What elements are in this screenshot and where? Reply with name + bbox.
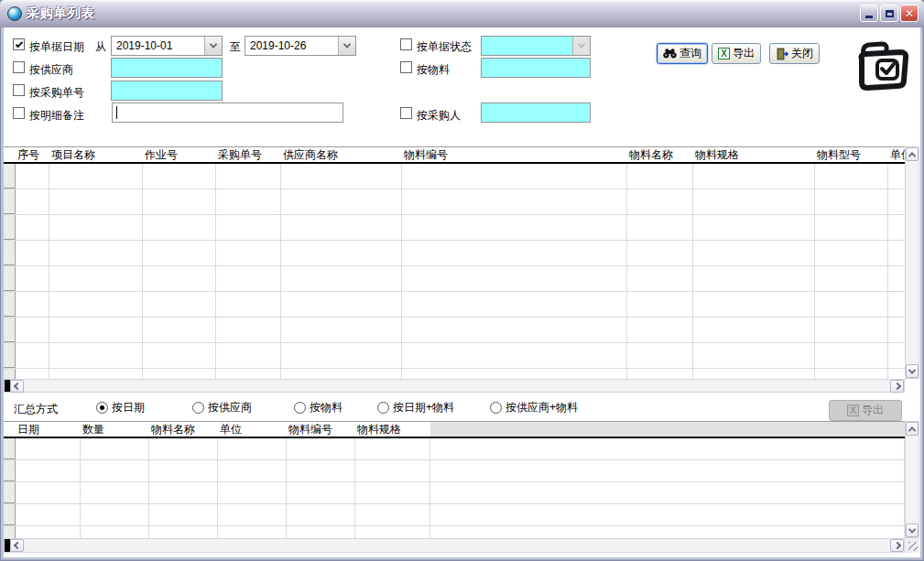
- buyer-input[interactable]: [481, 102, 591, 123]
- maximize-button[interactable]: [880, 5, 898, 22]
- row-indicator[interactable]: [4, 318, 16, 342]
- table-cell[interactable]: [281, 318, 402, 342]
- table-row[interactable]: [4, 318, 905, 343]
- table-cell[interactable]: [815, 215, 888, 240]
- table-cell[interactable]: [16, 189, 49, 214]
- checkbox-by-detail-note[interactable]: [13, 107, 25, 119]
- column-header[interactable]: 物料型号: [815, 147, 888, 163]
- table-cell[interactable]: [81, 460, 149, 481]
- row-indicator[interactable]: [4, 241, 16, 265]
- table-cell[interactable]: [815, 241, 888, 265]
- table-cell[interactable]: [627, 241, 693, 265]
- row-indicator[interactable]: [4, 266, 16, 291]
- row-indicator[interactable]: [4, 189, 16, 214]
- table-row[interactable]: [4, 369, 905, 379]
- table-cell[interactable]: [281, 215, 402, 240]
- scroll-left-button[interactable]: [10, 380, 24, 393]
- table-cell[interactable]: [216, 241, 281, 265]
- table-row[interactable]: [4, 438, 905, 460]
- table-cell[interactable]: [693, 215, 815, 240]
- table-cell[interactable]: [287, 504, 355, 525]
- table-row[interactable]: [4, 189, 905, 215]
- table-cell[interactable]: [888, 164, 905, 189]
- table-cell[interactable]: [49, 292, 143, 317]
- table-cell[interactable]: [402, 266, 627, 291]
- scroll-up-button[interactable]: [906, 147, 919, 161]
- scroll-right-button[interactable]: [890, 380, 904, 393]
- table-cell[interactable]: [693, 266, 815, 291]
- table-cell[interactable]: [149, 526, 218, 538]
- column-header[interactable]: 序号: [16, 147, 49, 163]
- scroll-up-button[interactable]: [906, 422, 919, 436]
- table-cell[interactable]: [693, 164, 815, 189]
- export-button[interactable]: X 导出: [712, 43, 761, 64]
- column-header[interactable]: 物料规格: [355, 422, 430, 437]
- table-row[interactable]: [4, 241, 905, 266]
- checkbox-by-buyer[interactable]: [400, 107, 412, 119]
- table-cell[interactable]: [430, 504, 905, 525]
- table-cell[interactable]: [627, 343, 693, 368]
- table-cell[interactable]: [627, 369, 693, 379]
- table-cell[interactable]: [16, 343, 49, 368]
- table-cell[interactable]: [402, 215, 627, 240]
- table-cell[interactable]: [402, 292, 627, 317]
- column-header[interactable]: 单位: [218, 422, 287, 437]
- column-header[interactable]: 日期: [16, 422, 81, 437]
- table-cell[interactable]: [815, 266, 888, 291]
- column-header[interactable]: 物料编号: [287, 422, 355, 437]
- table-cell[interactable]: [16, 292, 49, 317]
- table-cell[interactable]: [216, 369, 281, 379]
- table-cell[interactable]: [218, 482, 287, 503]
- table-cell[interactable]: [143, 266, 216, 291]
- column-header[interactable]: 物料名称: [627, 147, 693, 163]
- table-cell[interactable]: [430, 526, 905, 538]
- scroll-down-button[interactable]: [906, 364, 919, 378]
- table-cell[interactable]: [143, 318, 216, 342]
- table-cell[interactable]: [281, 369, 402, 379]
- table-cell[interactable]: [287, 460, 355, 481]
- table-cell[interactable]: [149, 482, 218, 503]
- scroll-down-button[interactable]: [906, 523, 919, 537]
- table-row[interactable]: [4, 526, 905, 538]
- table-cell[interactable]: [281, 292, 402, 317]
- status-combobox[interactable]: [481, 36, 591, 56]
- table-cell[interactable]: [281, 164, 402, 189]
- close-button[interactable]: ✕: [900, 5, 919, 22]
- table-cell[interactable]: [693, 318, 815, 342]
- table-cell[interactable]: [149, 438, 218, 459]
- scroll-left-button[interactable]: [10, 539, 24, 552]
- column-header[interactable]: 物料名称: [149, 422, 218, 437]
- table-cell[interactable]: [81, 526, 149, 538]
- table-cell[interactable]: [149, 460, 218, 481]
- table-cell[interactable]: [815, 343, 888, 368]
- table-cell[interactable]: [430, 482, 905, 503]
- table-row[interactable]: [4, 482, 905, 504]
- row-indicator[interactable]: [4, 438, 16, 459]
- query-button[interactable]: 查询: [657, 43, 708, 64]
- table-cell[interactable]: [888, 343, 905, 368]
- checkbox-by-po-no[interactable]: [13, 84, 25, 96]
- column-header[interactable]: 物料编号: [402, 147, 627, 163]
- table-cell[interactable]: [355, 504, 430, 525]
- date-to-combobox[interactable]: 2019-10-26: [245, 36, 356, 56]
- table-cell[interactable]: [16, 266, 49, 291]
- table-cell[interactable]: [815, 369, 888, 379]
- table-cell[interactable]: [216, 318, 281, 342]
- row-indicator[interactable]: [4, 526, 16, 538]
- table-row[interactable]: [4, 266, 905, 292]
- table-cell[interactable]: [16, 241, 49, 265]
- table-cell[interactable]: [287, 526, 355, 538]
- table-cell[interactable]: [402, 189, 627, 214]
- row-indicator[interactable]: [4, 343, 16, 368]
- table-cell[interactable]: [402, 369, 627, 379]
- table-cell[interactable]: [16, 369, 49, 379]
- table-cell[interactable]: [149, 504, 218, 525]
- material-input[interactable]: [481, 58, 591, 78]
- row-indicator[interactable]: [4, 482, 16, 503]
- column-header[interactable]: 作业号: [143, 147, 216, 163]
- table-row[interactable]: [4, 292, 905, 318]
- table-cell[interactable]: [218, 438, 287, 459]
- table-cell[interactable]: [216, 266, 281, 291]
- table-cell[interactable]: [693, 343, 815, 368]
- table-cell[interactable]: [49, 189, 143, 214]
